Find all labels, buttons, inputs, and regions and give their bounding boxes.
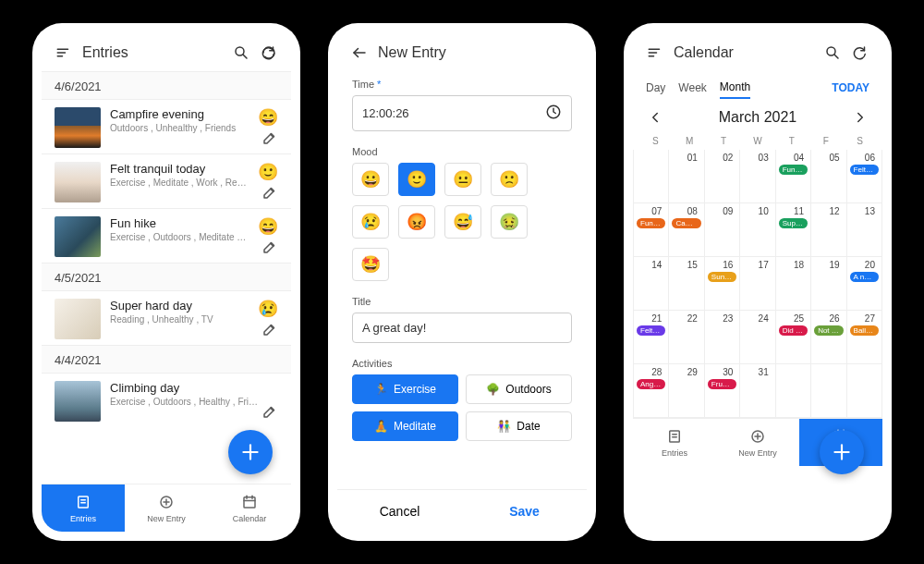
calendar-cell[interactable]: 26Not a gre <box>811 311 846 364</box>
calendar-cell[interactable]: 14 <box>634 257 669 311</box>
calendar-event[interactable]: A normal <box>850 272 879 282</box>
save-button[interactable]: Save <box>462 490 587 532</box>
day-number: 21 <box>637 313 665 324</box>
calendar-event[interactable]: Fun late n <box>779 165 808 175</box>
entry-row[interactable]: Super hard dayReading , Unhealthy , TV😢 <box>42 290 291 345</box>
next-month-icon[interactable] <box>851 108 869 127</box>
calendar-cell[interactable]: 12 <box>811 203 846 257</box>
calendar-event[interactable]: Frustratin <box>708 379 736 389</box>
back-icon[interactable] <box>350 43 369 62</box>
calendar-cell[interactable]: 05 <box>811 150 846 203</box>
calendar-cell[interactable] <box>776 364 811 418</box>
calendar-cell[interactable]: 19 <box>811 257 846 311</box>
time-input[interactable]: 12:00:26 <box>352 95 572 131</box>
calendar-event[interactable]: Not a gre <box>814 325 843 336</box>
calendar-cell[interactable]: 24 <box>740 311 775 364</box>
edit-icon[interactable] <box>261 239 278 259</box>
nav-calendar[interactable]: Calendar <box>208 484 291 532</box>
calendar-cell[interactable]: 20A normal <box>847 257 882 311</box>
calendar-cell[interactable]: 10 <box>740 203 775 257</box>
calendar-cell[interactable]: 18 <box>776 257 811 311</box>
activity-option[interactable]: 👫Date <box>466 411 572 441</box>
calendar-event[interactable]: Felt sick <box>637 325 665 336</box>
activity-option[interactable]: 🧘Meditate <box>352 411 458 441</box>
nav-new-entry[interactable]: New Entry <box>716 419 799 466</box>
mood-option[interactable]: 🙁 <box>491 163 528 196</box>
nav-new-entry[interactable]: New Entry <box>125 484 208 532</box>
mood-option[interactable]: 🙂 <box>398 163 435 196</box>
fab-add[interactable] <box>820 430 864 474</box>
calendar-cell[interactable]: 16Sunny da <box>705 257 740 311</box>
mood-option[interactable]: 😀 <box>352 163 389 196</box>
calendar-cell[interactable]: 06Felt tranq <box>847 150 882 203</box>
calendar-event[interactable]: Felt tranq <box>850 165 879 175</box>
calendar-cell[interactable]: 03 <box>740 150 775 203</box>
edit-icon[interactable] <box>261 129 278 150</box>
menu-icon[interactable] <box>55 43 73 62</box>
calendar-cell[interactable]: 22 <box>669 311 704 364</box>
calendar-cell[interactable]: 27Ball gam <box>847 311 882 364</box>
calendar-cell[interactable]: 07Fun hike <box>634 203 669 257</box>
nav-entries[interactable]: Entries <box>42 484 125 532</box>
calendar-cell[interactable]: 31 <box>740 364 775 418</box>
calendar-cell[interactable]: 29 <box>669 364 704 418</box>
search-icon[interactable] <box>823 43 842 62</box>
calendar-cell[interactable]: 09 <box>705 203 740 257</box>
nav-entries[interactable]: Entries <box>633 419 716 466</box>
entry-row[interactable]: Fun hikeExercise , Outdoors , Meditate ,… <box>42 208 291 263</box>
day-number: 10 <box>743 206 772 216</box>
entry-tags: Outdoors , Unhealthy , Friends <box>110 123 249 133</box>
calendar-cell[interactable]: 30Frustratin <box>705 364 740 418</box>
menu-icon[interactable] <box>646 43 664 62</box>
mood-option[interactable]: 😡 <box>398 205 435 239</box>
entry-row[interactable]: Climbing dayExercise , Outdoors , Health… <box>42 373 291 427</box>
edit-icon[interactable] <box>261 403 278 423</box>
fab-add[interactable] <box>228 430 273 474</box>
view-tab-day[interactable]: Day <box>646 78 665 98</box>
entry-row[interactable]: Felt tranquil todayExercise , Meditate ,… <box>42 153 291 208</box>
mood-option[interactable]: 🤢 <box>491 205 528 239</box>
calendar-event[interactable]: Sunny da <box>708 272 736 282</box>
calendar-cell[interactable]: 25Did not s <box>776 311 811 364</box>
view-tab-week[interactable]: Week <box>678 78 706 98</box>
calendar-cell[interactable]: 04Fun late n <box>776 150 811 203</box>
calendar-cell[interactable]: 28Angry tod <box>634 364 669 418</box>
calendar-cell[interactable]: 15 <box>669 257 704 311</box>
mood-option[interactable]: 😢 <box>352 205 389 239</box>
page-title: Entries <box>82 44 223 61</box>
calendar-cell[interactable]: 08Campfire <box>669 203 704 257</box>
calendar-cell[interactable] <box>847 364 882 418</box>
entry-row[interactable]: Campfire eveningOutdoors , Unhealthy , F… <box>42 99 291 153</box>
calendar-cell[interactable]: 21Felt sick <box>634 311 669 364</box>
calendar-cell[interactable]: 11Super ha <box>776 203 811 257</box>
refresh-icon[interactable] <box>260 43 278 62</box>
edit-icon[interactable] <box>261 184 278 204</box>
title-input[interactable]: A great day! <box>352 313 572 343</box>
today-button[interactable]: TODAY <box>832 81 869 94</box>
calendar-cell[interactable]: 02 <box>705 150 740 203</box>
calendar-event[interactable]: Fun hike <box>637 218 665 228</box>
activity-option[interactable]: 🏃Exercise <box>352 374 458 404</box>
calendar-event[interactable]: Angry tod <box>637 379 665 389</box>
mood-option[interactable]: 😐 <box>444 163 481 196</box>
calendar-event[interactable]: Campfire <box>672 218 700 228</box>
edit-icon[interactable] <box>261 321 278 341</box>
activity-option[interactable]: 🌳Outdoors <box>466 374 572 404</box>
search-icon[interactable] <box>232 43 250 62</box>
calendar-cell[interactable]: 23 <box>705 311 740 364</box>
mood-option[interactable]: 🤩 <box>352 248 389 281</box>
prev-month-icon[interactable] <box>646 108 664 127</box>
calendar-cell[interactable]: 01 <box>669 150 704 203</box>
mood-option[interactable]: 😅 <box>444 205 481 239</box>
calendar-event[interactable]: Ball gam <box>850 325 879 336</box>
calendar-event[interactable]: Super ha <box>779 218 808 228</box>
refresh-icon[interactable] <box>851 43 869 62</box>
entry-tags: Exercise , Outdoors , Meditate , Date , … <box>110 232 249 242</box>
calendar-cell[interactable] <box>634 150 669 203</box>
calendar-cell[interactable] <box>811 364 846 418</box>
calendar-event[interactable]: Did not s <box>779 325 808 336</box>
view-tab-month[interactable]: Month <box>720 77 750 99</box>
calendar-cell[interactable]: 13 <box>847 203 882 257</box>
cancel-button[interactable]: Cancel <box>337 490 462 532</box>
calendar-cell[interactable]: 17 <box>740 257 775 311</box>
